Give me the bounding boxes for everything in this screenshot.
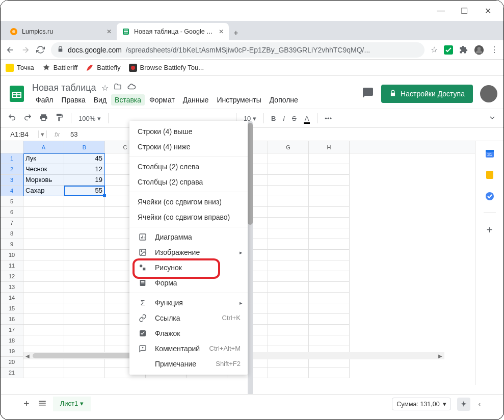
cell[interactable] (64, 335, 105, 346)
cell[interactable] (309, 239, 350, 250)
cell[interactable] (268, 282, 309, 293)
cell[interactable] (268, 368, 309, 378)
sheet-tab[interactable]: Лист1 ▾ (53, 397, 91, 411)
column-header[interactable]: G (268, 141, 309, 153)
cell[interactable] (268, 228, 309, 239)
move-icon[interactable] (114, 83, 122, 93)
cell[interactable] (64, 314, 105, 325)
menu-function[interactable]: ΣФункция▸ (129, 295, 248, 310)
cell[interactable] (64, 271, 105, 282)
cell[interactable] (64, 260, 105, 271)
name-box[interactable]: A1:B4 (1, 130, 39, 138)
menu-формат[interactable]: Формат (146, 94, 178, 106)
cell[interactable]: Сахар (23, 186, 64, 196)
window-close[interactable]: ✕ (476, 3, 499, 18)
cell[interactable] (64, 228, 105, 239)
account-avatar[interactable] (480, 85, 497, 102)
cell[interactable] (64, 239, 105, 250)
column-header[interactable]: A (23, 141, 64, 153)
cloud-status-icon[interactable] (127, 82, 136, 93)
row-header[interactable]: 3 (1, 175, 23, 186)
cell[interactable] (64, 207, 105, 218)
cell[interactable] (23, 207, 64, 218)
cell[interactable] (309, 282, 350, 293)
row-header[interactable]: 2 (1, 164, 23, 175)
cell[interactable]: Лук (23, 153, 64, 164)
add-sheet-button[interactable]: + (21, 396, 32, 412)
forward-button[interactable] (21, 45, 30, 55)
row-header[interactable]: 6 (1, 207, 23, 218)
menu-cols-right[interactable]: Столбцы (2) справа (129, 174, 248, 190)
row-header[interactable]: 13 (1, 282, 23, 293)
cell[interactable] (268, 314, 309, 325)
share-button[interactable]: Настройки Доступа (381, 85, 473, 103)
cell[interactable] (268, 335, 309, 346)
cell[interactable] (309, 335, 350, 346)
reload-button[interactable] (36, 45, 45, 54)
cell[interactable] (309, 228, 350, 239)
row-header[interactable]: 19 (1, 346, 23, 357)
star-icon[interactable]: ☆ (101, 83, 109, 93)
cell[interactable] (23, 303, 64, 314)
row-header[interactable]: 21 (1, 368, 23, 378)
menu-правка[interactable]: Правка (58, 94, 89, 106)
cell[interactable] (64, 303, 105, 314)
new-tab-button[interactable]: + (229, 26, 243, 40)
bookmark-star-button[interactable]: ☆ (431, 45, 438, 55)
cell[interactable] (23, 271, 64, 282)
fill-handle[interactable] (103, 194, 106, 197)
menu-вставка[interactable]: Вставка (111, 94, 145, 106)
window-maximize[interactable]: ☐ (453, 3, 476, 18)
menu-checkbox[interactable]: Флажок (129, 326, 248, 341)
cell[interactable] (309, 260, 350, 271)
window-minimize[interactable]: — (429, 3, 453, 18)
cell[interactable]: 55 (64, 186, 105, 196)
menu-comment[interactable]: КомментарийCtrl+Alt+M (129, 341, 248, 356)
browser-menu-button[interactable]: ⋮ (490, 45, 498, 55)
menu-данные[interactable]: Данные (179, 94, 213, 106)
collapse-toolbar-button[interactable] (486, 112, 498, 125)
column-header[interactable]: H (309, 141, 350, 153)
menu-файл[interactable]: Файл (32, 94, 57, 106)
cell[interactable] (309, 196, 350, 207)
cell[interactable] (309, 314, 350, 325)
formula-input[interactable]: 53 (67, 130, 77, 138)
paint-format-button[interactable] (53, 111, 66, 125)
cell[interactable] (268, 303, 309, 314)
undo-button[interactable] (6, 111, 18, 125)
row-header[interactable]: 15 (1, 303, 23, 314)
row-header[interactable]: 7 (1, 218, 23, 228)
row-header[interactable]: 5 (1, 196, 23, 207)
cell[interactable] (268, 218, 309, 228)
cell[interactable] (23, 368, 64, 378)
row-header[interactable]: 20 (1, 357, 23, 368)
cell[interactable] (23, 325, 64, 335)
cell[interactable] (23, 335, 64, 346)
row-header[interactable]: 9 (1, 239, 23, 250)
column-header[interactable]: B (64, 141, 105, 153)
menu-cols-left[interactable]: Столбцы (2) слева (129, 159, 248, 174)
explore-button[interactable] (457, 398, 470, 411)
cell[interactable] (64, 218, 105, 228)
menu-rows-above[interactable]: Строки (4) выше (129, 124, 248, 139)
address-bar[interactable]: docs.google.com/spreadsheets/d/1bKeLtAsm… (51, 42, 425, 58)
menu-rows-below[interactable]: Строки (4) ниже (129, 139, 248, 154)
cell[interactable] (268, 271, 309, 282)
bookmark-item[interactable]: Browse Battlefy Tou... (129, 64, 204, 72)
sheets-logo-icon[interactable] (7, 84, 27, 104)
cell[interactable] (309, 164, 350, 175)
cell[interactable] (268, 164, 309, 175)
row-header[interactable]: 16 (1, 314, 23, 325)
cell[interactable] (23, 260, 64, 271)
name-box-dropdown[interactable]: ▾ (39, 130, 47, 138)
cell[interactable]: 45 (64, 153, 105, 164)
row-header[interactable]: 10 (1, 250, 23, 260)
row-header[interactable]: 1 (1, 153, 23, 164)
cell[interactable] (309, 250, 350, 260)
menu-image[interactable]: Изображение▸ (129, 245, 248, 260)
cell[interactable] (309, 175, 350, 186)
menu-chart[interactable]: Диаграмма (129, 229, 248, 245)
zoom-select[interactable]: 100% ▾ (76, 115, 103, 122)
cell[interactable] (23, 239, 64, 250)
bookmark-item[interactable]: Battlefly (86, 64, 120, 72)
